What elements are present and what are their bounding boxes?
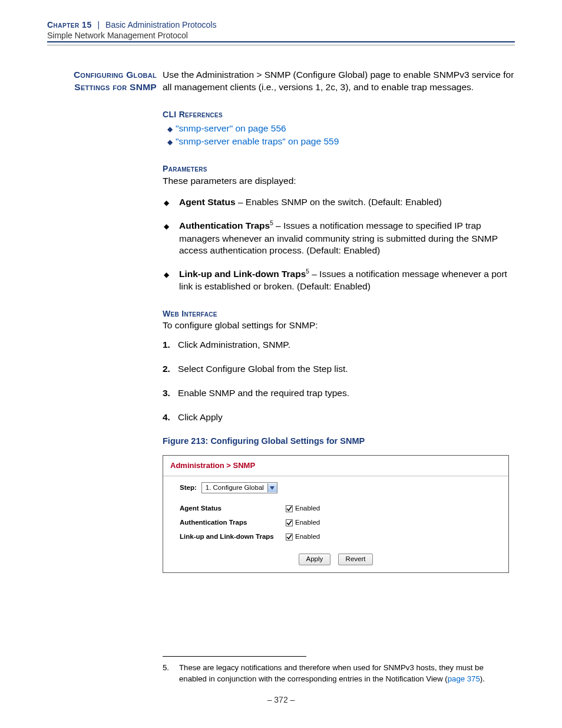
step-number: 3. [163, 387, 178, 400]
section-title: Simple Network Management Protocol [47, 31, 515, 40]
parameters-label: Parameters [163, 163, 515, 174]
figure-caption: Figure 213: Configuring Global Settings … [163, 436, 515, 447]
footnote: 5. These are legacy notifications and th… [163, 656, 509, 684]
dropdown-arrow-icon [267, 483, 277, 492]
step-dropdown[interactable]: 1. Configure Global [201, 482, 277, 493]
page-header: Chapter 15 | Basic Administration Protoc… [47, 20, 515, 42]
header-separator: | [98, 20, 100, 29]
step-number: 1. [163, 339, 178, 351]
option-value: Enabled [295, 504, 320, 513]
cli-reference-link[interactable]: "snmp-server" on page 556 [176, 123, 286, 133]
page-number: – 372 – [0, 695, 562, 704]
figure-screenshot: Administration > SNMP Step: 1. Configure… [163, 455, 509, 572]
apply-button[interactable]: Apply [299, 554, 331, 565]
option-value: Enabled [295, 518, 320, 528]
web-interface-label: Web Interface [163, 308, 515, 319]
chapter-title: Basic Administration Protocols [105, 20, 216, 29]
footnote-text: These are legacy notifications and there… [179, 663, 509, 684]
option-value: Enabled [295, 532, 320, 542]
step-dropdown-value: 1. Configure Global [202, 483, 267, 493]
footnote-link[interactable]: page 375 [448, 674, 480, 683]
web-interface-intro: To configure global settings for SNMP: [163, 319, 515, 332]
step-number: 4. [163, 411, 178, 424]
footnote-number: 5. [163, 663, 179, 684]
bullet-icon: ◆ [164, 137, 176, 147]
revert-button[interactable]: Revert [338, 554, 373, 565]
option-label: Agent Status [180, 504, 286, 513]
bullet-icon: ◆ [164, 268, 179, 293]
step-number: 2. [163, 363, 178, 375]
option-label: Link-up and Link-down Traps [180, 532, 286, 542]
parameter-item: Authentication Traps5 – Issues a notific… [179, 219, 515, 257]
bullet-icon: ◆ [164, 219, 179, 257]
checkbox[interactable] [286, 519, 293, 526]
checkbox[interactable] [286, 505, 293, 512]
section-heading: Configuring Global Settings for SNMP [47, 69, 157, 94]
cli-references-label: CLI References [163, 109, 515, 120]
parameter-item: Link-up and Link-down Traps5 – Issues a … [179, 268, 515, 293]
svg-marker-0 [270, 486, 275, 490]
step-text: Click Apply [178, 411, 223, 424]
option-label: Authentication Traps [180, 518, 286, 528]
step-dropdown-label: Step: [180, 483, 197, 493]
cli-reference-link[interactable]: "snmp-server enable traps" on page 559 [176, 136, 339, 146]
intro-paragraph: Use the Administration > SNMP (Configure… [163, 69, 515, 94]
parameter-item: Agent Status – Enables SNMP on the switc… [179, 196, 442, 209]
step-text: Select Configure Global from the Step li… [178, 363, 348, 375]
bullet-icon: ◆ [164, 124, 176, 134]
figure-breadcrumb: Administration > SNMP [170, 460, 501, 475]
step-text: Enable SNMP and the required trap types. [178, 387, 349, 400]
parameters-intro: These parameters are displayed: [163, 175, 515, 187]
checkbox[interactable] [286, 533, 293, 541]
chapter-label: Chapter 15 [47, 20, 92, 29]
bullet-icon: ◆ [164, 196, 179, 209]
step-text: Click Administration, SNMP. [178, 339, 290, 351]
